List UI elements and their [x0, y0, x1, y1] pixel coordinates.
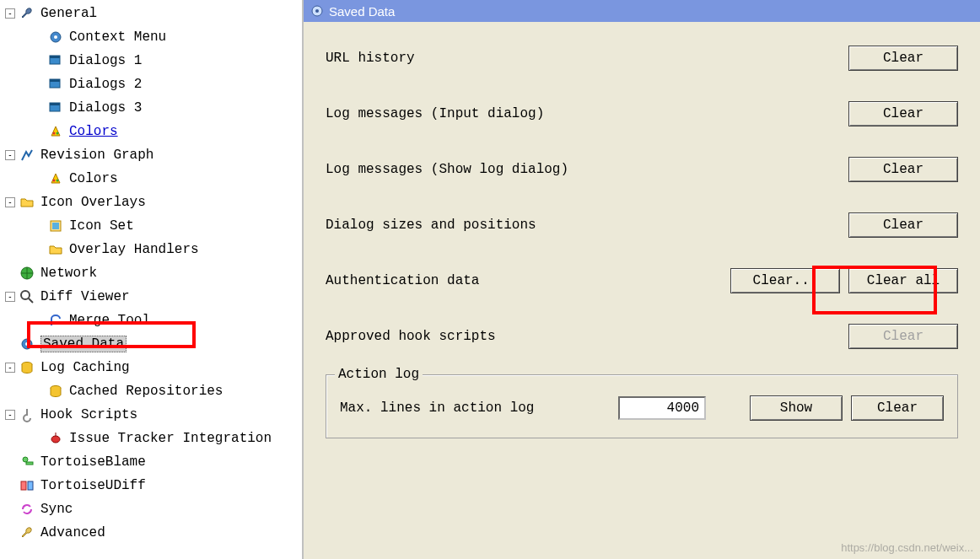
groupbox-title: Action log: [335, 367, 423, 382]
clear-button[interactable]: Clear...: [730, 268, 840, 293]
collapse-icon[interactable]: -: [5, 8, 15, 19]
svg-rect-24: [26, 462, 33, 465]
tree-item-overlay-handlers[interactable]: Overlay Handlers: [0, 238, 302, 261]
collapse-icon[interactable]: -: [5, 410, 15, 420]
tree-item-tortoiseudiff[interactable]: TortoiseUDiff: [0, 474, 302, 497]
folder-icon: [19, 194, 35, 211]
hook-icon: [19, 406, 35, 423]
row-dialog-sizes: Dialog sizes and positions Clear: [326, 207, 958, 243]
tree-item-dialogs-3[interactable]: Dialogs 3: [0, 96, 302, 120]
folder-icon: [47, 241, 64, 258]
label: Dialog sizes and positions: [326, 218, 840, 233]
tree-item-general[interactable]: - General: [0, 2, 302, 25]
diff-icon: [19, 477, 35, 494]
tree-item-cached-repos[interactable]: Cached Repositories: [0, 379, 302, 403]
tree-item-log-caching[interactable]: - Log Caching: [0, 356, 302, 379]
tree-item-advanced[interactable]: Advanced: [0, 521, 302, 545]
iconset-icon: [47, 218, 64, 234]
tree-label: Diff Viewer: [40, 289, 130, 304]
tree-label: Network: [40, 266, 97, 281]
collapse-icon[interactable]: -: [5, 363, 15, 373]
tree-item-icon-set[interactable]: Icon Set: [0, 214, 302, 238]
tree-label: Cached Repositories: [69, 384, 223, 399]
tree-label: Sync: [40, 502, 73, 517]
tree-label: Colors: [69, 171, 118, 186]
tree-item-dialogs-1[interactable]: Dialogs 1: [0, 49, 302, 73]
tree-label: Icon Overlays: [40, 195, 146, 210]
svg-point-11: [57, 180, 59, 182]
svg-point-10: [53, 180, 56, 182]
collapse-icon[interactable]: -: [5, 197, 15, 207]
svg-rect-13: [52, 223, 59, 229]
row-log-show: Log messages (Show log dialog) Clear: [326, 152, 958, 187]
gear-icon: [19, 336, 35, 352]
settings-tree[interactable]: - General Context Menu Dialogs 1 Dialogs…: [0, 0, 302, 559]
tree-item-merge-tool[interactable]: Merge Tool: [0, 309, 302, 332]
tree-item-rg-colors[interactable]: Colors: [0, 167, 302, 191]
tree-label: Dialogs 2: [69, 77, 142, 92]
label: Approved hook scripts: [326, 329, 840, 344]
gear-icon: [309, 3, 326, 19]
palette-icon: [47, 123, 64, 140]
svg-rect-26: [28, 481, 33, 490]
clear-button[interactable]: Clear: [848, 324, 958, 349]
window-icon: [47, 99, 64, 116]
tree-label: Log Caching: [40, 360, 130, 375]
window-icon: [47, 52, 64, 69]
tree-label: Context Menu: [69, 30, 166, 45]
tree-item-hook-scripts[interactable]: - Hook Scripts: [0, 403, 302, 427]
merge-icon: [47, 312, 64, 329]
show-button[interactable]: Show: [750, 395, 843, 421]
tree-label: Issue Tracker Integration: [69, 431, 272, 446]
tree-item-network[interactable]: Network: [0, 261, 302, 285]
clear-button[interactable]: Clear: [848, 212, 958, 238]
tree-item-saved-data[interactable]: Saved Data: [0, 332, 302, 356]
tree-label: Advanced: [40, 525, 105, 540]
svg-point-15: [21, 291, 30, 299]
collapse-icon[interactable]: -: [5, 150, 15, 160]
magnifier-icon: [19, 288, 35, 305]
tree-label: Overlay Handlers: [69, 242, 199, 257]
tree-item-dialogs-2[interactable]: Dialogs 2: [0, 73, 302, 96]
row-log-input: Log messages (Input dialog) Clear: [326, 96, 958, 132]
clear-button[interactable]: Clear: [848, 101, 958, 126]
panel-header: Saved Data: [304, 0, 980, 22]
settings-page-saved-data: Saved Data URL history Clear Log message…: [302, 0, 980, 559]
clear-button[interactable]: Clear: [848, 46, 958, 71]
tree-item-sync[interactable]: Sync: [0, 497, 302, 521]
tree-item-diff-viewer[interactable]: - Diff Viewer: [0, 285, 302, 309]
gear-icon: [47, 29, 64, 46]
globe-icon: [19, 265, 35, 282]
tree-label: Dialogs 3: [69, 100, 142, 116]
label: Authentication data: [326, 273, 722, 288]
tree-label: TortoiseBlame: [40, 454, 146, 470]
tree-item-colors[interactable]: Colors: [0, 120, 302, 143]
max-lines-input[interactable]: [618, 396, 706, 420]
window-icon: [47, 76, 64, 93]
tree-label: TortoiseUDiff: [40, 478, 146, 493]
row-auth-data: Authentication data Clear... Clear all: [326, 263, 958, 298]
svg-rect-5: [50, 79, 60, 82]
tree-item-issue-tracker[interactable]: Issue Tracker Integration: [0, 427, 302, 450]
tree-label: Merge Tool: [69, 313, 150, 328]
clear-button[interactable]: Clear: [848, 157, 958, 182]
clear-button[interactable]: Clear: [851, 395, 944, 421]
leaf-icon: [5, 268, 15, 278]
tree-label: Icon Set: [69, 218, 134, 234]
clear-all-button[interactable]: Clear all: [848, 268, 958, 293]
palette-icon: [47, 170, 64, 187]
tree-item-revision-graph[interactable]: - Revision Graph: [0, 143, 302, 167]
collapse-icon[interactable]: -: [5, 292, 15, 302]
svg-line-16: [29, 298, 33, 303]
tree-item-tortoiseblame[interactable]: TortoiseBlame: [0, 450, 302, 474]
tree-label: Saved Data: [40, 336, 127, 352]
wrench-icon: [19, 524, 35, 541]
tree-item-icon-overlays[interactable]: - Icon Overlays: [0, 191, 302, 214]
graph-icon: [19, 147, 35, 164]
sync-icon: [19, 501, 35, 518]
label: URL history: [326, 51, 840, 66]
label: Log messages (Show log dialog): [326, 162, 840, 177]
svg-rect-3: [50, 56, 60, 58]
svg-point-23: [23, 457, 28, 462]
tree-item-context-menu[interactable]: Context Menu: [0, 25, 302, 49]
